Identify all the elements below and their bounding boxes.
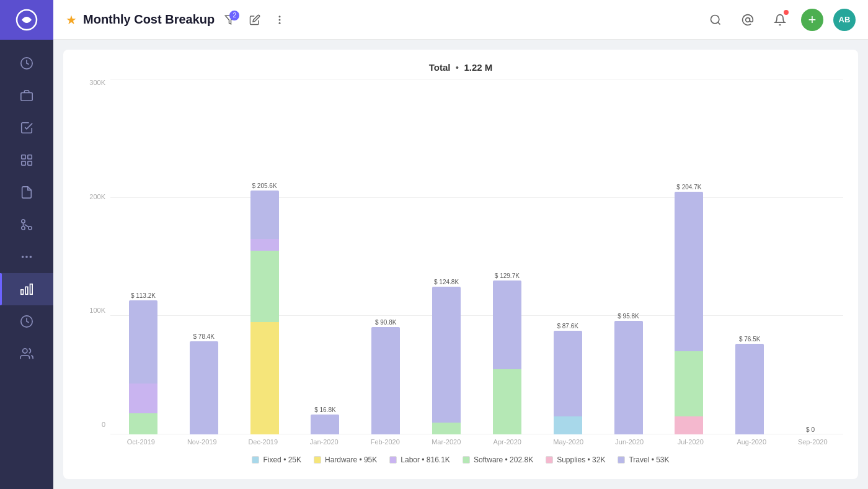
bar-total-label: $ 124.8K <box>434 279 459 285</box>
bar-group: $ 90.8K <box>355 79 416 434</box>
legend-item-hardware: Hardware • 95K <box>314 455 377 464</box>
svg-rect-6 <box>28 161 32 165</box>
app-logo[interactable] <box>0 0 53 40</box>
bar-group: $ 78.4K <box>174 79 234 434</box>
sidebar-item-more[interactable] <box>0 241 53 273</box>
svg-rect-15 <box>21 290 24 294</box>
bar-stack <box>311 415 339 434</box>
notification-button[interactable] <box>769 9 791 31</box>
bar-total-label: $ 0 <box>806 426 815 433</box>
topbar: ★ Monthly Cost Breakup 2 <box>53 0 868 40</box>
bar-group: $ 204.7K <box>658 79 719 434</box>
sidebar-item-reports[interactable] <box>0 144 53 176</box>
more-button[interactable] <box>270 11 289 29</box>
bar-stack <box>371 327 400 434</box>
bar-segment-supplies <box>675 416 703 434</box>
svg-point-20 <box>279 19 281 20</box>
legend-color-fixed <box>252 456 259 464</box>
favorite-icon[interactable]: ★ <box>66 12 77 27</box>
bar-group: $ 87.6K <box>538 79 598 434</box>
chart-title-prefix: Total <box>429 62 451 73</box>
bar-segment-travel <box>311 415 339 434</box>
legend-label-labor: Labor • 816.1K <box>401 455 450 464</box>
svg-point-12 <box>30 256 32 258</box>
bar-segment-hardware <box>250 322 279 434</box>
filter-badge: 2 <box>229 11 239 20</box>
legend-color-travel <box>618 456 625 464</box>
bar-segment-travel <box>432 287 461 423</box>
bar-group: $ 205.6K <box>234 79 295 434</box>
bar-segment-software <box>129 413 157 434</box>
svg-point-19 <box>279 16 281 17</box>
bar-stack <box>493 280 521 434</box>
sidebar-item-users[interactable] <box>0 338 53 370</box>
bar-segment-travel <box>129 300 157 384</box>
bar-stack <box>190 341 218 434</box>
svg-point-24 <box>746 17 750 22</box>
x-label: May-2020 <box>538 438 600 446</box>
svg-point-22 <box>711 15 719 23</box>
legend-label-supplies: Supplies • 32K <box>557 455 605 464</box>
legend-color-hardware <box>314 456 321 464</box>
sidebar-item-tasks[interactable] <box>0 112 53 144</box>
legend-item-labor: Labor • 816.1K <box>389 455 450 464</box>
legend-item-supplies: Supplies • 32K <box>546 455 605 464</box>
svg-point-11 <box>25 256 28 258</box>
bar-stack <box>554 331 582 434</box>
bar-stack <box>735 344 764 434</box>
sidebar-item-dashboard[interactable] <box>0 47 53 79</box>
bar-stack <box>614 321 643 434</box>
search-button[interactable] <box>704 9 727 31</box>
bar-group: $ 129.7K <box>477 79 538 434</box>
chart-area: 300K200K100K0 $ 113.2K $ 78.4K $ <box>78 79 843 446</box>
avatar[interactable]: AB <box>833 9 856 31</box>
content: Total • 1.22 M 300K200K100K0 $ 113 <box>53 40 868 489</box>
sidebar-item-git[interactable] <box>0 209 53 241</box>
bar-group: $ 0 <box>780 79 841 434</box>
bar-stack <box>250 191 279 434</box>
legend-color-software <box>463 456 470 464</box>
legend-label-hardware: Hardware • 95K <box>325 455 377 464</box>
svg-point-21 <box>279 22 281 24</box>
sidebar <box>0 0 53 489</box>
bar-total-label: $ 129.7K <box>495 272 520 279</box>
bar-segment-labor <box>250 239 279 251</box>
sidebar-item-briefcase[interactable] <box>0 79 53 112</box>
bar-group: $ 113.2K <box>113 79 174 434</box>
filter-button[interactable]: 2 <box>221 11 239 29</box>
bar-segment-travel <box>675 192 703 351</box>
bar-group: $ 124.8K <box>416 79 477 434</box>
svg-line-23 <box>718 22 720 24</box>
bar-total-label: $ 205.6K <box>252 182 277 189</box>
sidebar-item-history[interactable] <box>0 305 53 338</box>
bar-segment-software <box>675 351 703 416</box>
legend-label-travel: Travel • 53K <box>629 455 669 464</box>
bar-group: $ 16.8K <box>294 79 355 434</box>
x-label: Jul-2020 <box>660 438 722 446</box>
add-button[interactable]: + <box>801 9 823 31</box>
x-label: Mar-2020 <box>416 438 477 446</box>
chart-card: Total • 1.22 M 300K200K100K0 $ 113 <box>63 50 858 479</box>
svg-rect-13 <box>30 284 33 295</box>
x-label: Sep-2020 <box>782 438 844 446</box>
bar-segment-software <box>432 423 461 434</box>
bar-group: $ 76.5K <box>719 79 780 434</box>
sidebar-item-documents[interactable] <box>0 176 53 209</box>
mention-button[interactable] <box>737 9 759 31</box>
x-label: Apr-2020 <box>477 438 538 446</box>
sidebar-item-analytics[interactable] <box>0 273 53 305</box>
bar-total-label: $ 95.8K <box>618 313 639 320</box>
legend-label-software: Software • 202.8K <box>474 455 533 464</box>
svg-point-8 <box>22 220 25 223</box>
bar-total-label: $ 90.8K <box>375 319 396 326</box>
bar-segment-travel <box>554 331 582 417</box>
legend-color-labor <box>389 456 397 464</box>
title-group: ★ Monthly Cost Breakup 2 <box>66 11 704 29</box>
edit-button[interactable] <box>246 11 264 29</box>
topbar-actions: + AB <box>704 9 856 31</box>
legend-color-supplies <box>546 456 553 464</box>
legend-item-software: Software • 202.8K <box>463 455 533 464</box>
bar-total-label: $ 204.7K <box>676 184 701 191</box>
bar-group: $ 95.8K <box>598 79 659 434</box>
bar-segment-software <box>493 369 521 434</box>
